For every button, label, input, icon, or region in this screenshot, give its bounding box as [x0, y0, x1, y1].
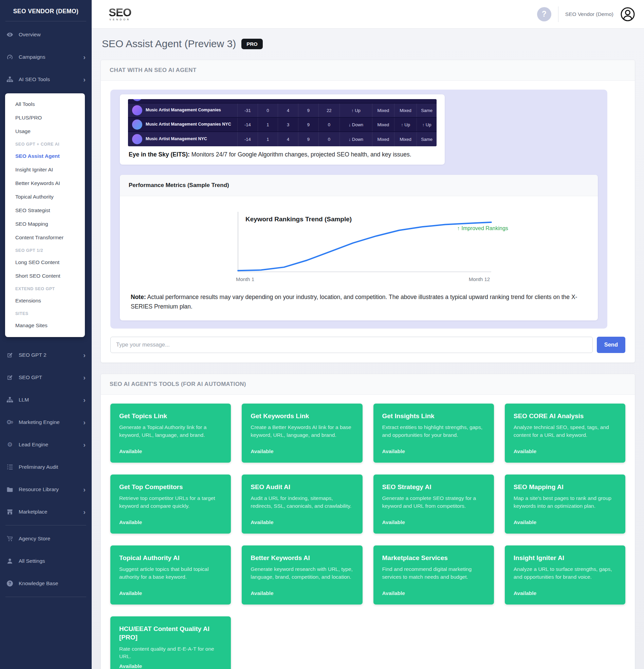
tool-card-desc: Audit a URL for indexing, sitemaps, redi…: [251, 495, 353, 516]
submenu-item-short-seo-content[interactable]: Short SEO Content: [5, 269, 85, 283]
account-menu[interactable]: SEO Vendor (Demo): [565, 11, 614, 17]
tool-card-status: Available: [119, 449, 222, 455]
trend-cell: Same: [417, 103, 437, 117]
table-row-partial: [128, 99, 437, 103]
tool-card-title: HCU/EEAT Content Quality AI [PRO]: [119, 625, 222, 642]
tool-card-desc: Suggest article topics that build topica…: [119, 566, 222, 587]
sidebar-item-all-settings[interactable]: All Settings: [0, 550, 92, 572]
content-area: SEO Assist Agent (Preview 3) PRO CHAT WI…: [92, 29, 644, 669]
submenu-item-seo-assist-agent[interactable]: SEO Assist Agent: [5, 150, 85, 163]
submenu-item-topical-authority[interactable]: Topical Authority: [5, 190, 85, 204]
tool-card-get-top-competitors[interactable]: Get Top Competitors Retrieve top competi…: [110, 474, 231, 533]
tool-card-seo-core-ai-analysis[interactable]: SEO CORE AI Analysis Analyze technical S…: [505, 403, 625, 462]
tool-card-get-insights-link[interactable]: Get Insights Link Extract entities to hi…: [374, 403, 494, 462]
sidebar-item-seo-gpt-2[interactable]: SEO GPT 2 ›: [0, 344, 92, 366]
tool-card-desc: Generate a complete SEO strategy for a k…: [382, 495, 485, 516]
trend-cell: Mixed: [372, 132, 394, 146]
sidebar-item-resource-library[interactable]: Resource Library ›: [0, 478, 92, 501]
submenu-header-sites: SITES: [5, 308, 85, 319]
tool-card-title: SEO Strategy AI: [382, 483, 485, 492]
tool-card-seo-mapping-ai[interactable]: SEO Mapping AI Map a site's best pages t…: [505, 474, 625, 533]
pro-badge: PRO: [241, 39, 263, 49]
submenu-item-extensions[interactable]: Extensions: [5, 294, 85, 308]
tool-card-seo-audit-ai[interactable]: SEO Audit AI Audit a URL for indexing, s…: [242, 474, 362, 533]
submenu-item-seo-mapping[interactable]: SEO Mapping: [5, 217, 85, 231]
trend-cell: Mixed: [394, 103, 417, 117]
submenu-header-seo-gpt-12: SEO GPT 1/2: [5, 244, 85, 256]
trend-cell: ↓ Down: [339, 118, 372, 131]
chevron-right-icon: ›: [83, 352, 86, 358]
seo-vendor-logo[interactable]: SEO VENDOR: [109, 7, 131, 21]
sidebar: SEO VENDOR (DEMO) Overview Campaigns ›: [0, 0, 92, 669]
sidebar-item-marketplace[interactable]: Marketplace ›: [0, 501, 92, 523]
chat-message-input[interactable]: [110, 337, 593, 353]
avatar[interactable]: [620, 7, 635, 22]
tool-card-better-keywords-ai[interactable]: Better Keywords AI Generate keyword rese…: [242, 545, 362, 604]
sitemap-icon: [6, 76, 14, 83]
submenu-header-extend-seo-gpt: EXTEND SEO GPT: [5, 283, 85, 294]
chevron-right-icon: ›: [83, 419, 86, 426]
sidebar-item-label: Overview: [19, 31, 41, 38]
submenu-item-insight-igniter-ai[interactable]: Insight Igniter AI: [5, 163, 85, 176]
sidebar-item-marketing-engine[interactable]: ⚙⚙ Marketing Engine ›: [0, 411, 92, 433]
sidebar-item-label: Agency Store: [19, 536, 50, 542]
sidebar-divider: [5, 597, 86, 597]
chart-annotation: ↑ Improved Rankings: [457, 225, 508, 231]
chevron-right-icon: ›: [83, 396, 86, 403]
sidebar-item-preliminary-audit[interactable]: Preliminary Audit: [0, 456, 92, 478]
table-cell: 1: [258, 118, 278, 131]
eits-text: Monitors 24/7 for Google Algorithm chang…: [190, 151, 411, 158]
sidebar-item-label: LLM: [19, 397, 29, 403]
submenu-item-long-seo-content[interactable]: Long SEO Content: [5, 256, 85, 269]
sidebar-nav-bottom: Agency Store All Settings ? Knowledge Ba…: [0, 525, 92, 597]
tool-card-status: Available: [514, 519, 616, 525]
tool-card-status: Available: [119, 590, 222, 596]
sidebar-item-seo-gpt[interactable]: SEO GPT ›: [0, 366, 92, 389]
tool-card-title: Topical Authority AI: [119, 554, 222, 563]
tool-card-insight-igniter-ai[interactable]: Insight Igniter AI Analyze a URL to surf…: [505, 545, 625, 604]
submenu-item-seo-strategist[interactable]: SEO Strategist: [5, 204, 85, 217]
tool-card-get-keywords-link[interactable]: Get Keywords Link Create a Better Keywor…: [242, 403, 362, 462]
sidebar-item-label: Preliminary Audit: [19, 464, 58, 470]
tool-card-marketplace-services[interactable]: Marketplace Services Find and recommend …: [374, 545, 494, 604]
sidebar-item-label: Marketplace: [19, 509, 47, 515]
chevron-right-icon: ›: [83, 486, 86, 493]
sitemap-icon: [6, 396, 14, 403]
tool-card-status: Available: [514, 590, 616, 596]
submenu-item-better-keywords-ai[interactable]: Better Keywords AI: [5, 176, 85, 190]
sidebar-item-knowledge-base[interactable]: ? Knowledge Base: [0, 572, 92, 595]
sidebar-item-lead-engine[interactable]: ⚙ Lead Engine ›: [0, 433, 92, 456]
tool-card-desc: Extract entities to highlight strengths,…: [382, 424, 485, 445]
send-button[interactable]: Send: [597, 337, 625, 353]
sidebar-item-agency-store[interactable]: Agency Store: [0, 527, 92, 550]
sidebar-item-overview[interactable]: Overview: [0, 24, 92, 46]
submenu-item-plus-pro[interactable]: PLUS/PRO: [5, 111, 85, 125]
submenu-item-manage-sites[interactable]: Manage Sites: [5, 319, 85, 332]
trend-cell: ↓ Down: [339, 132, 372, 146]
tool-card-status: Available: [382, 519, 485, 525]
sidebar-item-campaigns[interactable]: Campaigns ›: [0, 46, 92, 68]
note-label: Note:: [131, 294, 146, 300]
tool-card-seo-strategy-ai[interactable]: SEO Strategy AI Generate a complete SEO …: [374, 474, 494, 533]
sidebar-item-llm[interactable]: LLM ›: [0, 389, 92, 411]
page-title-row: SEO Assist Agent (Preview 3) PRO: [100, 29, 635, 60]
sidebar-brand: SEO VENDOR (DEMO): [0, 0, 92, 21]
table-cell: 0: [258, 103, 278, 117]
help-icon[interactable]: ?: [537, 7, 551, 22]
tool-card-get-topics-link[interactable]: Get Topics Link Generate a Topical Autho…: [110, 403, 231, 462]
tool-card-title: Get Keywords Link: [251, 412, 353, 421]
sidebar-item-label: AI SEO Tools: [19, 76, 50, 83]
tool-card-topical-authority-ai[interactable]: Topical Authority AI Suggest article top…: [110, 545, 231, 604]
trend-cell: ↑ Up: [339, 103, 372, 117]
submenu-item-content-transformer[interactable]: Content Transformer: [5, 231, 85, 244]
gear-icon: ⚙: [6, 442, 14, 448]
submenu-item-all-tools[interactable]: All Tools: [5, 97, 85, 111]
submenu-item-usage[interactable]: Usage: [5, 125, 85, 138]
tool-card-status: Available: [382, 449, 485, 455]
store-icon: [6, 509, 14, 515]
chevron-right-icon: ›: [83, 441, 86, 448]
tool-card-title: SEO CORE AI Analysis: [514, 412, 616, 421]
sidebar-item-ai-seo-tools[interactable]: AI SEO Tools ›: [0, 68, 92, 91]
chevron-right-icon: ›: [83, 509, 86, 515]
tool-card-hcu-eeat-content-quality-ai[interactable]: HCU/EEAT Content Quality AI [PRO] Rate c…: [110, 616, 231, 669]
